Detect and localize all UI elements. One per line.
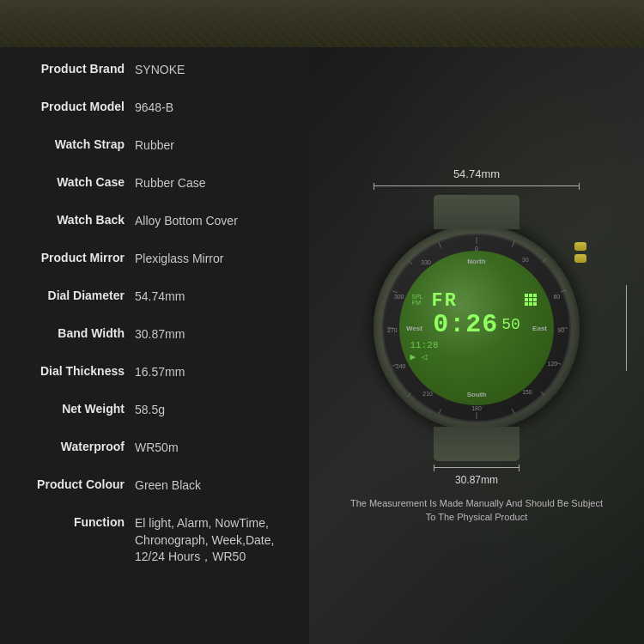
spec-value: 30.87mm — [135, 325, 299, 343]
svg-text:300: 300 — [394, 293, 404, 299]
svg-rect-37 — [533, 298, 537, 301]
spec-value: 9648-B — [135, 98, 299, 117]
spec-row: Band Width30.87mm — [0, 320, 309, 358]
spec-label: Function — [10, 513, 135, 529]
svg-rect-38 — [525, 302, 528, 306]
spec-label: Net Weight — [10, 400, 135, 416]
strap-top — [434, 195, 519, 229]
watch-sub-icons-display: ▶ ◁ — [410, 351, 544, 363]
svg-line-13 — [512, 240, 514, 246]
watch-outer: 0 30 60 90 120 150 180 210 240 270 300 3… — [374, 225, 580, 431]
watch-display-area: SPLPM — [410, 292, 544, 364]
spec-row: FunctionEl light, Alarm, NowTime, Chrono… — [0, 509, 309, 570]
svg-line-21 — [439, 409, 441, 414]
spec-label: Product Colour — [10, 476, 135, 491]
spec-value: SYNOKE — [135, 60, 299, 79]
svg-text:120: 120 — [548, 361, 558, 367]
spec-label: Dial Diameter — [10, 287, 135, 302]
watch-section: 54.74mm — [374, 167, 580, 486]
svg-line-19 — [512, 409, 514, 414]
spec-value: Plexiglass Mirror — [135, 249, 299, 268]
watch-time-display: 0:26 — [433, 311, 498, 339]
spec-label: Watch Strap — [10, 136, 135, 151]
dim-tick-top — [626, 285, 627, 292]
watch-face: North South East West SPLPM — [399, 251, 554, 405]
strap-bottom — [434, 427, 519, 461]
svg-rect-40 — [533, 302, 537, 306]
spec-label: Watch Back — [10, 211, 135, 227]
watch-seconds-display: 50 — [501, 316, 520, 333]
spec-label: Waterproof — [10, 438, 135, 453]
watch-body-wrapper: 0 30 60 90 120 150 180 210 240 270 300 3… — [374, 195, 580, 461]
compass-south-label: South — [467, 391, 487, 398]
spec-label: Product Model — [10, 98, 135, 113]
svg-line-27 — [439, 241, 441, 247]
svg-rect-32 — [525, 294, 528, 297]
svg-rect-36 — [529, 298, 532, 301]
grid-icon — [525, 294, 542, 311]
spl-pm-indicator: SPLPM — [412, 294, 423, 306]
top-decorative-bar — [0, 0, 644, 47]
spec-row: Product ColourGreen Black — [0, 471, 309, 509]
watch-day-display: FR — [410, 292, 544, 311]
spec-row: Watch StrapRubber — [0, 131, 309, 169]
watch-display-inner: SPLPM — [410, 292, 544, 311]
spec-row: WaterproofWR50m — [0, 434, 309, 471]
dim-bw-h-line — [434, 467, 519, 468]
spec-value: Rubber — [135, 136, 299, 155]
spec-value: Alloy Bottom Cover — [135, 211, 299, 230]
main-container: Product BrandSYNOKEProduct Model9648-BWa… — [0, 47, 644, 644]
svg-line-26 — [408, 260, 412, 264]
watch-bezel: 0 30 60 90 120 150 180 210 240 270 300 3… — [382, 234, 571, 422]
spec-value: Rubber Case — [135, 173, 299, 192]
spec-value: 16.57mm — [135, 362, 299, 381]
spec-label: Product Brand — [10, 60, 135, 76]
svg-line-15 — [561, 289, 566, 291]
spec-value: Green Black — [135, 476, 299, 495]
spec-row: Net Weight58.5g — [0, 396, 309, 434]
watch-panel: 54.74mm — [309, 47, 644, 644]
svg-line-18 — [541, 391, 544, 395]
crown-button-top — [574, 242, 586, 251]
spec-row: Watch BackAlloy Bottom Cover — [0, 207, 309, 245]
spec-value: 58.5g — [135, 400, 299, 419]
watch-sub-time-display: 11:28 — [410, 339, 544, 351]
dim-tick-right — [579, 183, 580, 190]
svg-line-22 — [407, 392, 410, 397]
specs-panel: Product BrandSYNOKEProduct Model9648-BWa… — [0, 47, 309, 644]
spec-value: 54.74mm — [135, 287, 299, 306]
spec-row: Product BrandSYNOKE — [0, 56, 309, 94]
svg-rect-34 — [533, 294, 537, 297]
spec-label: Watch Case — [10, 173, 135, 189]
spec-row: Product MirrorPlexiglass Mirror — [0, 245, 309, 283]
dimension-bandwidth-bottom: 30.87mm — [434, 465, 519, 486]
svg-rect-35 — [525, 298, 528, 301]
dimension-diameter-wrapper: 54.74mm — [374, 167, 580, 190]
spec-value: El light, Alarm, NowTime, Chronograph, W… — [135, 513, 299, 566]
spec-label: Product Mirror — [10, 249, 135, 264]
spec-row: Watch CaseRubber Case — [0, 169, 309, 207]
svg-text:330: 330 — [421, 259, 431, 265]
dimension-diameter-line — [374, 183, 580, 190]
spec-row: Dial Thickness16.57mm — [0, 358, 309, 396]
svg-rect-33 — [529, 294, 532, 297]
dim-tick-bottom — [626, 364, 627, 371]
watch-time-row: 0:26 50 — [410, 311, 544, 339]
dimension-bandwidth-bottom-label: 30.87mm — [455, 474, 498, 486]
dim-v-line — [626, 292, 627, 364]
spec-row: Dial Diameter54.74mm — [0, 283, 309, 320]
svg-rect-39 — [529, 302, 532, 306]
spec-value: WR50m — [135, 438, 299, 457]
svg-line-25 — [392, 290, 398, 292]
dim-h-line — [374, 185, 579, 186]
svg-line-14 — [543, 258, 547, 262]
compass-north-label: North — [467, 258, 485, 265]
svg-text:60: 60 — [553, 293, 560, 299]
bottom-measurement-note: The Measurement Is Made Manually And Sho… — [339, 496, 614, 525]
dim-bw-tick-right — [519, 465, 519, 471]
dimension-bandwidth-wrapper — [626, 285, 627, 371]
dim-bw-line — [434, 465, 519, 471]
spec-row: Product Model9648-B — [0, 94, 309, 131]
crown-button-bottom — [574, 254, 586, 263]
dimension-diameter-label: 54.74mm — [453, 167, 500, 180]
